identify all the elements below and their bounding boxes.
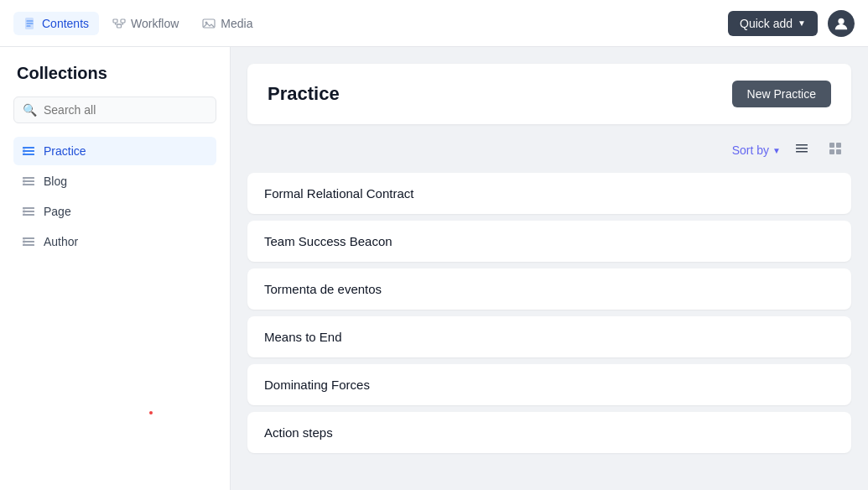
list-item[interactable]: Means to End: [247, 316, 851, 357]
user-icon: [834, 16, 849, 31]
quick-add-label: Quick add: [740, 17, 793, 30]
toolbar: Sort by ▼: [247, 138, 851, 163]
sidebar-item-author[interactable]: Author: [13, 227, 216, 256]
svg-rect-26: [829, 143, 834, 148]
main-layout: Collections 🔍 Practice: [0, 47, 868, 490]
content-header: Practice New Practice: [247, 64, 851, 124]
list-item[interactable]: Action steps: [247, 412, 851, 453]
sidebar-item-author-label: Author: [44, 235, 78, 248]
sidebar-item-page-label: Page: [44, 205, 71, 218]
sort-by-label: Sort by: [732, 143, 769, 157]
list-item[interactable]: Dominating Forces: [247, 364, 851, 405]
grid-view-button[interactable]: [823, 138, 848, 163]
search-icon: 🔍: [23, 103, 37, 117]
nav-tabs: Contents Workflow Media: [13, 12, 728, 35]
sidebar-item-practice[interactable]: Practice: [13, 137, 216, 165]
doc-icon: [23, 17, 37, 30]
items-list: Formal Relational ContractTeam Success B…: [247, 173, 851, 453]
collection-icon-page: [22, 205, 35, 218]
sort-by-button[interactable]: Sort by ▼: [732, 143, 781, 157]
svg-rect-14: [23, 177, 25, 185]
workflow-icon: [112, 17, 126, 30]
sidebar-item-blog-label: Blog: [44, 175, 67, 188]
svg-rect-29: [836, 149, 841, 154]
svg-rect-2: [121, 19, 125, 23]
collection-icon-blog: [22, 175, 35, 188]
grid-icon: [828, 141, 843, 156]
tab-media[interactable]: Media: [192, 12, 262, 35]
svg-rect-18: [23, 207, 25, 216]
collection-icon-practice: [22, 144, 35, 158]
sidebar-item-blog[interactable]: Blog: [13, 167, 216, 195]
list-icon: [794, 141, 809, 156]
new-practice-button[interactable]: New Practice: [732, 81, 831, 107]
tab-media-label: Media: [221, 17, 252, 30]
sidebar-title: Collections: [13, 64, 216, 83]
content-title: Practice: [268, 83, 340, 105]
quick-add-button[interactable]: Quick add ▼: [728, 11, 818, 36]
svg-point-6: [838, 18, 844, 23]
list-item[interactable]: Team Success Beacon: [247, 221, 851, 262]
svg-rect-27: [836, 143, 841, 148]
svg-rect-1: [113, 19, 117, 23]
chevron-down-icon: ▼: [772, 146, 781, 155]
tab-contents-label: Contents: [42, 17, 89, 30]
svg-rect-23: [796, 144, 808, 146]
tab-workflow[interactable]: Workflow: [102, 12, 189, 35]
chevron-down-icon: ▼: [798, 18, 806, 28]
list-item[interactable]: Formal Relational Contract: [247, 173, 851, 214]
list-item[interactable]: Tormenta de eventos: [247, 268, 851, 310]
avatar[interactable]: [828, 10, 855, 37]
svg-rect-28: [829, 149, 834, 154]
content-area: Practice New Practice Sort by ▼: [231, 47, 868, 490]
search-box[interactable]: 🔍: [13, 96, 216, 123]
sidebar: Collections 🔍 Practice: [0, 47, 231, 490]
svg-rect-25: [796, 151, 808, 153]
tab-contents[interactable]: Contents: [13, 12, 99, 35]
collection-icon-author: [22, 235, 35, 248]
list-view-button[interactable]: [789, 138, 814, 163]
media-icon: [202, 17, 216, 30]
search-input[interactable]: [44, 103, 207, 117]
svg-rect-10: [23, 147, 25, 155]
sidebar-item-practice-label: Practice: [44, 144, 86, 158]
nav-right: Quick add ▼: [728, 10, 855, 37]
svg-rect-22: [23, 237, 25, 246]
svg-rect-24: [796, 148, 808, 149]
top-navigation: Contents Workflow Media Quick add ▼: [0, 0, 868, 47]
sidebar-item-page[interactable]: Page: [13, 197, 216, 226]
tab-workflow-label: Workflow: [131, 17, 179, 30]
